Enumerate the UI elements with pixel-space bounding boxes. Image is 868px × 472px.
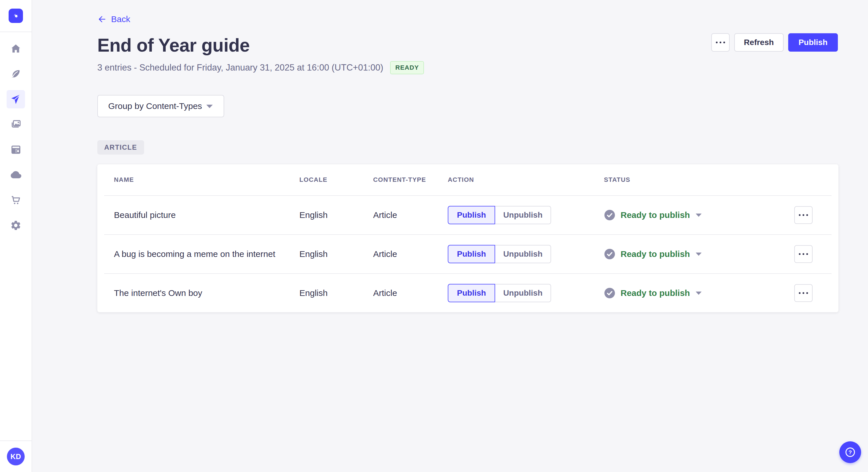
- strapi-logo[interactable]: [9, 9, 23, 23]
- sidebar-nav: [0, 32, 32, 235]
- sidebar-item-media-library[interactable]: [7, 115, 25, 134]
- cart-icon: [10, 194, 22, 206]
- back-label: Back: [111, 14, 130, 24]
- entry-status[interactable]: Ready to publish: [604, 248, 794, 260]
- publish-toggle-button[interactable]: Publish: [448, 245, 495, 263]
- unpublish-toggle-button[interactable]: Unpublish: [495, 245, 551, 263]
- publish-toggle-button[interactable]: Publish: [448, 284, 495, 302]
- column-header-content-type: CONTENT-TYPE: [373, 176, 448, 183]
- entry-content-type: Article: [373, 249, 448, 259]
- arrow-left-icon: [97, 14, 106, 24]
- entry-locale: English: [299, 249, 373, 259]
- group-by-label: Group by Content-Types: [108, 101, 202, 111]
- entry-status[interactable]: Ready to publish: [604, 209, 794, 221]
- entry-locale: English: [299, 288, 373, 298]
- entry-content-type: Article: [373, 288, 448, 298]
- check-circle-icon: [604, 248, 615, 260]
- svg-text:?: ?: [848, 449, 852, 456]
- subtitle-row: 3 entries - Scheduled for Friday, Januar…: [97, 61, 868, 74]
- check-circle-icon: [604, 287, 615, 299]
- question-mark-icon: ?: [844, 446, 856, 458]
- sidebar: KD: [0, 0, 32, 472]
- back-link[interactable]: Back: [97, 14, 130, 24]
- strapi-logo-icon: [11, 11, 20, 20]
- row-more-button[interactable]: [794, 284, 813, 302]
- publish-toggle-button[interactable]: Publish: [448, 206, 495, 224]
- sidebar-item-layout[interactable]: [7, 140, 25, 159]
- column-header-name: NAME: [114, 176, 299, 183]
- row-more-button[interactable]: [794, 245, 813, 263]
- ellipsis-icon: [799, 253, 808, 255]
- sidebar-item-settings[interactable]: [7, 216, 25, 235]
- column-header-locale: LOCALE: [299, 176, 373, 183]
- help-button[interactable]: ?: [839, 441, 861, 463]
- more-options-button[interactable]: [711, 33, 730, 52]
- entry-name: A bug is becoming a meme on the internet: [114, 249, 299, 259]
- logo-box: [0, 0, 32, 32]
- action-toggle: Publish Unpublish: [448, 245, 604, 263]
- layout-icon: [10, 144, 22, 156]
- release-subtitle: 3 entries - Scheduled for Friday, Januar…: [97, 63, 383, 73]
- chevron-down-icon: [695, 252, 702, 256]
- main-content: Back End of Year guide 3 entries - Sched…: [32, 0, 868, 472]
- table-row: Beautiful picture English Article Publis…: [104, 195, 832, 234]
- entry-content-type: Article: [373, 210, 448, 220]
- publish-release-button[interactable]: Publish: [788, 33, 838, 52]
- status-badge: READY: [390, 61, 424, 74]
- media-library-icon: [10, 119, 22, 130]
- entries-table: NAME LOCALE CONTENT-TYPE ACTION STATUS B…: [97, 164, 838, 312]
- table-row: A bug is becoming a meme on the internet…: [104, 234, 832, 273]
- ellipsis-icon: [799, 292, 808, 294]
- chevron-down-icon: [695, 213, 702, 217]
- column-header-status: STATUS: [604, 176, 794, 183]
- table-row: The internet's Own boy English Article P…: [104, 273, 832, 312]
- home-icon: [10, 43, 22, 55]
- action-toggle: Publish Unpublish: [448, 206, 604, 224]
- sidebar-item-cloud[interactable]: [7, 166, 25, 184]
- column-header-action: ACTION: [448, 176, 604, 183]
- user-avatar[interactable]: KD: [7, 448, 25, 465]
- entry-status-label: Ready to publish: [621, 210, 690, 220]
- sidebar-item-releases[interactable]: [7, 90, 25, 108]
- sidebar-footer: KD: [0, 440, 32, 472]
- cloud-icon: [10, 169, 22, 181]
- unpublish-toggle-button[interactable]: Unpublish: [495, 284, 551, 302]
- ellipsis-icon: [716, 42, 725, 43]
- entry-status[interactable]: Ready to publish: [604, 287, 794, 299]
- entry-status-label: Ready to publish: [621, 288, 690, 298]
- row-more-button[interactable]: [794, 206, 813, 224]
- chevron-down-icon: [695, 291, 702, 295]
- entry-locale: English: [299, 210, 373, 220]
- chevron-down-icon: [206, 104, 213, 109]
- content-type-group-badge: ARTICLE: [97, 140, 144, 155]
- sidebar-item-home[interactable]: [7, 40, 25, 58]
- sidebar-item-marketplace[interactable]: [7, 191, 25, 209]
- entry-name: Beautiful picture: [114, 210, 299, 220]
- header-actions: Refresh Publish: [711, 33, 838, 52]
- unpublish-toggle-button[interactable]: Unpublish: [495, 206, 551, 224]
- refresh-button[interactable]: Refresh: [734, 33, 784, 52]
- group-by-select[interactable]: Group by Content-Types: [97, 95, 224, 117]
- feather-icon: [10, 68, 22, 80]
- sidebar-item-content[interactable]: [7, 65, 25, 83]
- check-circle-icon: [604, 209, 615, 221]
- table-header-row: NAME LOCALE CONTENT-TYPE ACTION STATUS: [104, 164, 832, 195]
- ellipsis-icon: [799, 214, 808, 216]
- entry-name: The internet's Own boy: [114, 288, 299, 298]
- gear-icon: [10, 220, 22, 231]
- action-toggle: Publish Unpublish: [448, 284, 604, 302]
- paper-plane-icon: [10, 94, 22, 105]
- entry-status-label: Ready to publish: [621, 249, 690, 259]
